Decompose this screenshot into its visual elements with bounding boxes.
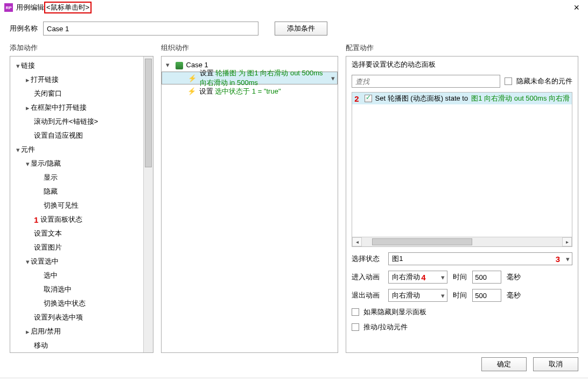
push-pull-label: 推动/拉动元件 — [363, 322, 408, 332]
hide-unnamed-checkbox[interactable] — [505, 77, 512, 85]
tree-set-text[interactable]: 设置文本 — [34, 229, 62, 238]
tree-deselect[interactable]: 取消选中 — [44, 285, 72, 294]
state-value: 图1 — [392, 254, 403, 264]
tree-move[interactable]: 移动 — [34, 341, 48, 350]
item-green-text: 图1 向右滑动 out 500ms 向右滑 — [471, 94, 570, 103]
tree-toggle-visibility[interactable]: 切换可见性 — [44, 201, 79, 210]
bolt-icon: ⚡ — [188, 74, 197, 82]
tree-toggle-select[interactable]: 切换选中状态 — [44, 299, 86, 308]
tree-open-in-frame[interactable]: 在框架中打开链接 — [31, 103, 87, 112]
case-name-input[interactable] — [43, 22, 258, 36]
vertical-scrollbar[interactable] — [143, 56, 153, 352]
annotation-2: 2 — [354, 94, 359, 103]
in-anim-select[interactable]: 向右滑动4 — [388, 271, 447, 284]
hide-unnamed-label: 隐藏未命名的元件 — [516, 76, 572, 86]
out-anim-value: 向右滑动 — [392, 291, 420, 300]
case-icon — [176, 62, 183, 69]
list-item[interactable]: 2 Set 轮播图 (动态面板) state to 图1 向右滑动 out 50… — [352, 93, 572, 104]
action-text: 设置 — [199, 87, 215, 95]
panel-list[interactable]: 2 Set 轮播图 (动态面板) state to 图1 向右滑动 out 50… — [352, 92, 572, 247]
horizontal-scrollbar[interactable]: ◂ ▸ — [352, 237, 572, 246]
tree-scroll-anchor[interactable]: 滚动到元件<锚链接> — [34, 117, 98, 126]
tree-set-panel-state[interactable]: 设置面板状态 — [40, 215, 82, 224]
bolt-icon: ⚡ — [187, 87, 196, 95]
search-input[interactable] — [352, 75, 500, 88]
tree-set-image[interactable]: 设置图片 — [34, 243, 62, 252]
annotation-3: 3 — [556, 254, 560, 264]
time-label: 时间 — [453, 291, 467, 300]
action-green-text: 选中状态于 1 = "true" — [215, 87, 281, 95]
ms-label: 毫秒 — [507, 272, 521, 282]
out-anim-label: 退出动画 — [352, 291, 383, 300]
tree-open-link[interactable]: 打开链接 — [31, 75, 59, 84]
chevron-down-icon[interactable]: ▾ — [166, 61, 172, 69]
scroll-left-button[interactable]: ◂ — [352, 237, 362, 246]
item-checkbox[interactable] — [365, 95, 372, 102]
show-if-hidden-label: 如果隐藏则显示面板 — [363, 307, 426, 317]
tree-hide[interactable]: 隐藏 — [44, 187, 58, 196]
add-condition-button[interactable]: 添加条件 — [275, 22, 327, 36]
tree-responsive[interactable]: 设置自适应视图 — [34, 131, 83, 140]
column-title-configure: 配置动作 — [346, 40, 578, 56]
action-row-selected[interactable]: ⚡ 设置 轮播图 为 图1 向右滑动 out 500ms 向右滑动 in 500… — [162, 72, 338, 84]
app-icon: RP — [4, 3, 13, 12]
state-select[interactable]: 图13 — [388, 252, 572, 265]
in-anim-label: 进入动画 — [352, 272, 383, 282]
push-pull-checkbox[interactable] — [352, 323, 359, 331]
close-button[interactable]: × — [569, 2, 584, 13]
case-name-label: 用例名称 — [10, 24, 38, 33]
out-anim-select[interactable]: 向右滑动 — [388, 289, 447, 302]
window-title-event: <鼠标单击时> — [44, 2, 92, 13]
ms-label: 毫秒 — [507, 291, 521, 300]
tree-enable-disable[interactable]: 启用/禁用 — [31, 327, 61, 336]
action-tree[interactable]: 链接 打开链接 关闭窗口 在框架中打开链接 滚动到元件<锚链接> 设置自适应视图… — [10, 56, 143, 352]
cancel-button[interactable]: 取消 — [533, 357, 578, 371]
annotation-4: 4 — [421, 273, 425, 282]
in-anim-value: 向右滑动 — [392, 272, 420, 282]
time-label: 时间 — [453, 272, 467, 282]
column-title-organize: 组织动作 — [161, 40, 339, 56]
tree-close-window[interactable]: 关闭窗口 — [34, 89, 62, 98]
annotation-1: 1 — [34, 215, 38, 224]
window-title-prefix: 用例编辑 — [16, 3, 44, 12]
tree-set-selected[interactable]: 设置选中 — [31, 257, 59, 266]
out-time-input[interactable] — [472, 289, 501, 302]
action-green-text: 轮播图 为 图1 向右滑动 out 500ms 向右滑动 in 500ms — [200, 69, 323, 87]
config-heading: 选择要设置状态的动态面板 — [346, 56, 578, 73]
tree-show-hide[interactable]: 显示/隐藏 — [31, 159, 61, 168]
scroll-thumb[interactable] — [372, 238, 472, 245]
state-label: 选择状态 — [352, 254, 383, 264]
ok-button[interactable]: 确定 — [481, 357, 527, 371]
tree-select[interactable]: 选中 — [44, 271, 58, 280]
tree-links[interactable]: 链接 — [21, 61, 35, 70]
column-title-add-action: 添加动作 — [10, 40, 153, 56]
scroll-right-button[interactable]: ▸ — [562, 237, 572, 246]
action-text: 设置 — [200, 69, 216, 77]
tree-set-list-item[interactable]: 设置列表选中项 — [34, 313, 83, 322]
in-time-input[interactable] — [472, 271, 501, 284]
show-if-hidden-checkbox[interactable] — [352, 308, 359, 316]
tree-show[interactable]: 显示 — [44, 173, 58, 182]
tree-widgets[interactable]: 元件 — [21, 145, 35, 154]
item-text: Set 轮播图 (动态面板) state to — [375, 94, 468, 103]
case-name-text: Case 1 — [186, 61, 208, 69]
